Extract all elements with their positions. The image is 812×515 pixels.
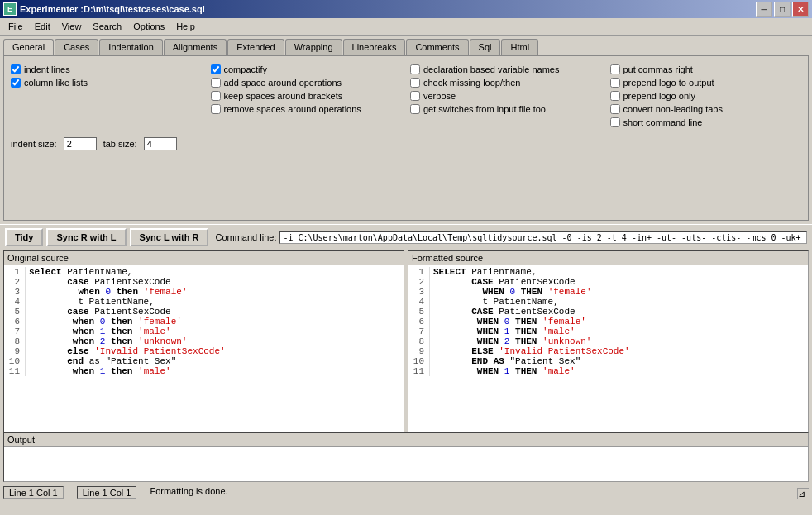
indent-lines-checkbox[interactable]	[11, 64, 21, 74]
line-code: end as "Patient Sex"	[29, 356, 176, 366]
line-code: WHEN 1 THEN 'male'	[433, 366, 576, 376]
cmd-line-input[interactable]	[279, 231, 807, 244]
short-cmd-checkbox[interactable]	[610, 117, 620, 127]
option-prepend-logo-only: prepend logo only	[610, 89, 802, 103]
original-source-content[interactable]: 1select PatientName,2 case PatientSexCod…	[4, 265, 404, 432]
tab-html[interactable]: Html	[501, 39, 538, 55]
line-code: WHEN 0 THEN 'female'	[433, 287, 591, 297]
option-verbose: verbose	[410, 89, 602, 103]
minimize-button[interactable]: ─	[756, 2, 772, 17]
table-row: 4 t PatientName,	[412, 297, 805, 307]
tab-alignments[interactable]: Alignments	[164, 39, 227, 55]
line-number: 4	[412, 297, 430, 307]
get-switches-checkbox[interactable]	[410, 104, 420, 114]
output-header: Output	[4, 433, 808, 447]
prepend-logo-only-checkbox[interactable]	[610, 91, 620, 101]
output-area: Output	[3, 432, 809, 482]
option-convert-tabs: convert non-leading tabs	[610, 103, 802, 116]
sync-r-with-l-button[interactable]: Sync R with L	[46, 228, 126, 246]
tab-linebreaks[interactable]: Linebreaks	[343, 39, 406, 55]
menu-options[interactable]: Options	[128, 20, 170, 33]
tab-indentation[interactable]: Indentation	[99, 39, 162, 55]
code-panels: Original source 1select PatientName,2 ca…	[0, 250, 812, 432]
menu-bar: File Edit View Search Options Help	[0, 18, 812, 36]
menu-file[interactable]: File	[3, 20, 28, 33]
formatted-source-content[interactable]: 1SELECT PatientName,2 CASE PatientSexCod…	[408, 265, 808, 432]
indent-size-label: indent size:	[11, 139, 57, 149]
decl-var-names-label: declaration based variable names	[423, 64, 560, 74]
check-missing-checkbox[interactable]	[410, 78, 420, 88]
keep-spaces-brackets-checkbox[interactable]	[211, 91, 221, 101]
table-row: 11 WHEN 1 THEN 'male'	[412, 366, 805, 376]
tab-sql[interactable]: Sql	[470, 39, 501, 55]
prepend-logo-only-label: prepend logo only	[623, 91, 695, 101]
indent-size-input[interactable]	[64, 137, 97, 150]
tidy-button[interactable]: Tidy	[5, 228, 43, 246]
line-number: 9	[412, 346, 430, 356]
remove-spaces-ops-checkbox[interactable]	[211, 104, 221, 114]
main-container: General Cases Indentation Alignments Ext…	[0, 36, 812, 513]
table-row: 5 case PatientSexCode	[7, 307, 400, 317]
verbose-checkbox[interactable]	[410, 91, 420, 101]
sync-l-with-r-button[interactable]: Sync L with R	[130, 228, 209, 246]
line-number: 3	[7, 287, 26, 297]
add-space-ops-checkbox[interactable]	[211, 78, 221, 88]
table-row: 1SELECT PatientName,	[412, 267, 805, 277]
table-row: 3 when 0 then 'female'	[7, 287, 400, 297]
table-row: 6 WHEN 0 THEN 'female'	[412, 317, 805, 327]
line-number: 1	[412, 267, 430, 277]
tab-cases[interactable]: Cases	[55, 39, 98, 55]
convert-tabs-checkbox[interactable]	[610, 104, 620, 114]
menu-edit[interactable]: Edit	[30, 20, 55, 33]
tab-size-input[interactable]	[144, 137, 177, 150]
options-col1: indent lines column like lists	[11, 63, 203, 129]
line-number: 10	[7, 356, 26, 366]
table-row: 8 when 2 then 'unknown'	[7, 336, 400, 346]
menu-help[interactable]: Help	[171, 20, 200, 33]
option-keep-spaces-brackets: keep spaces around brackets	[211, 89, 403, 103]
column-like-lists-checkbox[interactable]	[11, 78, 21, 88]
menu-view[interactable]: View	[57, 20, 87, 33]
line-code: when 0 then 'female'	[29, 287, 187, 297]
original-source-header: Original source	[4, 251, 404, 265]
status-bar: Line 1 Col 1 Line 1 Col 1 Formatting is …	[0, 484, 812, 501]
formatted-source-panel: Formatted source 1SELECT PatientName,2 C…	[408, 250, 809, 432]
table-row: 4 t PatientName,	[7, 297, 400, 307]
table-row: 3 WHEN 0 THEN 'female'	[412, 287, 805, 297]
tab-bar: General Cases Indentation Alignments Ext…	[0, 36, 812, 55]
put-commas-right-label: put commas right	[623, 64, 693, 74]
line-code: case PatientSexCode	[29, 277, 171, 287]
line-code: END AS "Patient Sex"	[433, 356, 580, 366]
get-switches-label: get switches from input file too	[423, 104, 546, 114]
line-code: ELSE 'Invalid PatientSexCode'	[433, 346, 630, 356]
menu-search[interactable]: Search	[88, 20, 127, 33]
column-like-lists-label: column like lists	[24, 78, 88, 88]
title-bar-left: E Experimenter :D:\m\tsql\testcases\case…	[3, 2, 205, 16]
line-code: WHEN 1 THEN 'male'	[433, 327, 576, 336]
table-row: 6 when 0 then 'female'	[7, 317, 400, 327]
maximize-button[interactable]: □	[774, 2, 791, 17]
table-row: 2 CASE PatientSexCode	[412, 277, 805, 287]
line-code: when 1 then 'male'	[29, 366, 171, 376]
line-number: 11	[7, 366, 26, 376]
line-number: 9	[7, 346, 26, 356]
line-number: 4	[7, 297, 26, 307]
line-code: when 2 then 'unknown'	[29, 336, 187, 346]
put-commas-right-checkbox[interactable]	[610, 64, 620, 74]
table-row: 9 else 'Invalid PatientSexCode'	[7, 346, 400, 356]
line-number: 2	[412, 277, 430, 287]
compactify-checkbox[interactable]	[211, 64, 221, 74]
short-cmd-label: short command line	[623, 117, 703, 127]
close-button[interactable]: ✕	[792, 2, 809, 17]
prepend-logo-output-checkbox[interactable]	[610, 78, 620, 88]
line-code: WHEN 0 THEN 'female'	[433, 317, 586, 327]
decl-var-names-checkbox[interactable]	[410, 64, 420, 74]
output-content[interactable]	[4, 447, 808, 481]
tab-wrapping[interactable]: Wrapping	[285, 39, 342, 55]
tab-extended[interactable]: Extended	[227, 39, 284, 55]
prepend-logo-output-label: prepend logo to output	[623, 78, 714, 88]
resize-handle[interactable]: ⊿	[797, 488, 809, 499]
tab-general[interactable]: General	[3, 39, 54, 55]
line-code: else 'Invalid PatientSexCode'	[29, 346, 226, 356]
tab-comments[interactable]: Comments	[406, 39, 468, 55]
